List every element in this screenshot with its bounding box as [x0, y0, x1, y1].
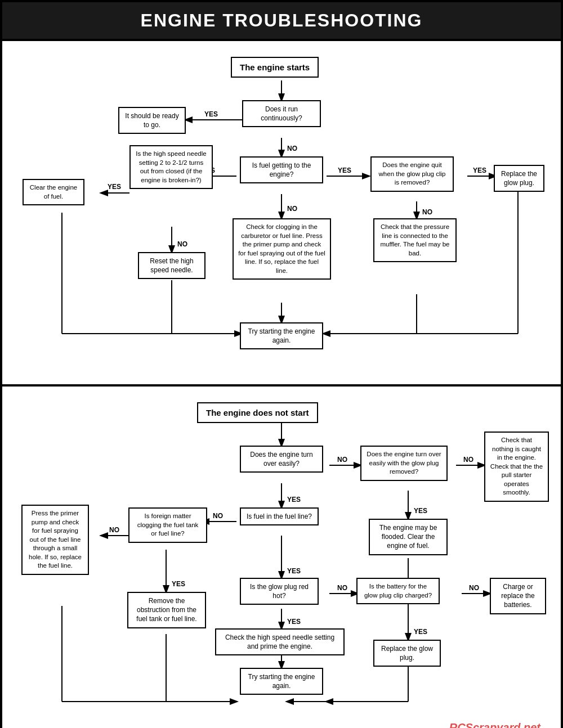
remove-obstruction-box: Remove the obstruction from the fuel tan… [127, 592, 206, 628]
charge-replace-box: Charge or replace the batteries. [490, 578, 546, 614]
does-engine-turn-glow-box: Does the engine turn over easily with th… [360, 446, 448, 481]
svg-text:NO: NO [109, 526, 119, 534]
page-title: ENGINE TROUBLESHOOTING [0, 0, 563, 41]
check-nothing-box: Check that nothing is caught in the engi… [484, 432, 549, 502]
svg-text:NO: NO [287, 205, 297, 213]
svg-text:NO: NO [337, 456, 347, 464]
svg-text:NO: NO [337, 584, 347, 592]
check-clogging-box: Check for clogging in the carburetor or … [233, 218, 331, 280]
main-content: YES NO YES YES NO YES NO [0, 41, 563, 728]
svg-text:NO: NO [469, 584, 479, 592]
try-starting-2-box: Try starting the engine again. [240, 668, 323, 695]
svg-text:NO: NO [463, 456, 473, 464]
svg-text:YES: YES [172, 580, 185, 588]
is-glow-plug-red-box: Is the glow plug red hot? [240, 578, 319, 605]
svg-text:NO: NO [177, 240, 187, 248]
does-engine-quit-box: Does the engine quit when the glow plug … [370, 156, 454, 192]
check-high-speed-box: Check the high speed needle setting and … [215, 628, 345, 655]
try-starting-1-box: Try starting the engine again. [240, 322, 323, 349]
section2: NO YES NO YES YES NO NO [11, 392, 552, 728]
svg-text:YES: YES [414, 507, 427, 515]
svg-text:YES: YES [287, 567, 301, 575]
section2-title-box: The engine does not start [197, 402, 318, 423]
svg-text:NO: NO [213, 512, 223, 520]
svg-text:NO: NO [422, 208, 432, 216]
svg-text:YES: YES [338, 167, 351, 174]
svg-text:YES: YES [473, 167, 486, 174]
svg-text:YES: YES [414, 628, 427, 636]
is-fuel-getting-box: Is fuel getting to the engine? [240, 156, 323, 183]
replace-glow-plug-box: Replace the glow plug. [494, 165, 544, 192]
is-foreign-matter-box: Is foreign matter clogging the fuel tank… [128, 507, 207, 543]
svg-text:YES: YES [287, 618, 301, 626]
does-engine-turn-over-box: Does the engine turn over easily? [240, 446, 323, 473]
does-it-run-box: Does it run continuously? [242, 100, 321, 127]
check-pressure-box: Check that the pressure line is connecte… [373, 218, 457, 262]
high-speed-needle-box: Is the high speed needle setting 2 to 2-… [129, 145, 213, 189]
watermark: RCScrapyard.net [449, 721, 540, 728]
svg-text:NO: NO [287, 145, 297, 152]
is-battery-charged-box: Is the battery for the glow plug clip ch… [356, 578, 440, 604]
reset-high-speed-box: Reset the high speed needle. [138, 252, 205, 279]
engine-flooded-box: The engine may be flooded. Clear the eng… [369, 519, 448, 555]
press-primer-box: Press the primer pump and check for fuel… [21, 505, 89, 575]
section1: YES NO YES YES NO YES NO [11, 47, 552, 379]
replace-glow-plug2-box: Replace the glow plug. [373, 640, 441, 667]
svg-text:YES: YES [287, 496, 301, 504]
svg-text:YES: YES [108, 183, 121, 191]
clear-engine-box: Clear the engine of fuel. [23, 179, 84, 205]
is-fuel-in-line-box: Is fuel in the fuel line? [240, 507, 319, 525]
section-divider [2, 384, 561, 387]
section1-title-box: The engine starts [231, 57, 319, 78]
svg-text:YES: YES [204, 110, 218, 118]
ready-to-go-box: It should be ready to go. [118, 107, 186, 134]
